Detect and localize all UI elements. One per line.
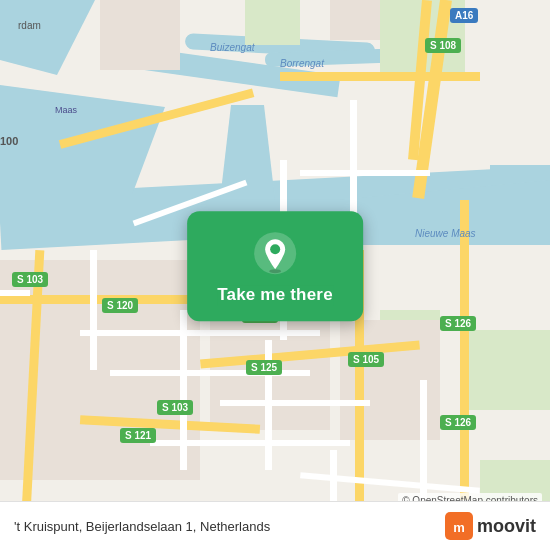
map-label-borrengat: Buizengat <box>210 42 254 53</box>
green-card: Take me there <box>187 211 363 321</box>
svg-text:m: m <box>453 520 465 535</box>
info-bar: 't Kruispunt, Beijerlandselaan 1, Nether… <box>0 501 550 550</box>
route-badge-a16: A16 <box>450 8 478 23</box>
route-badge-s103-left: S 103 <box>12 272 48 287</box>
moovit-logo-text: moovit <box>477 516 536 537</box>
route-badge-s103-bottom: S 103 <box>157 400 193 415</box>
moovit-logo-icon: m <box>445 512 473 540</box>
take-me-there-button[interactable]: Take me there <box>217 285 333 305</box>
map-label-nieuwe-maas: Nieuwe Maas <box>415 228 476 239</box>
map-container: rdam Buizengat Borrengat Maas Nieuwe Maa… <box>0 0 550 550</box>
map-label-s100: 100 <box>0 135 18 147</box>
svg-point-1 <box>269 269 281 273</box>
route-badge-s105: S 105 <box>348 352 384 367</box>
route-badge-s108: S 108 <box>425 38 461 53</box>
route-badge-s121: S 121 <box>120 428 156 443</box>
svg-point-2 <box>270 244 280 254</box>
route-badge-s120-left: S 120 <box>102 298 138 313</box>
route-badge-s126-top: S 126 <box>440 316 476 331</box>
map-label-buizengat: Borrengat <box>280 58 324 69</box>
map-label-wijnhaven: Maas <box>55 105 77 115</box>
route-badge-s125: S 125 <box>246 360 282 375</box>
map-label-rdam: rdam <box>18 20 41 31</box>
route-badge-s126-bottom: S 126 <box>440 415 476 430</box>
take-me-there-overlay: Take me there <box>187 211 363 321</box>
location-text: 't Kruispunt, Beijerlandselaan 1, Nether… <box>14 519 270 534</box>
location-pin-icon <box>253 231 297 275</box>
moovit-logo: m moovit <box>445 512 536 540</box>
